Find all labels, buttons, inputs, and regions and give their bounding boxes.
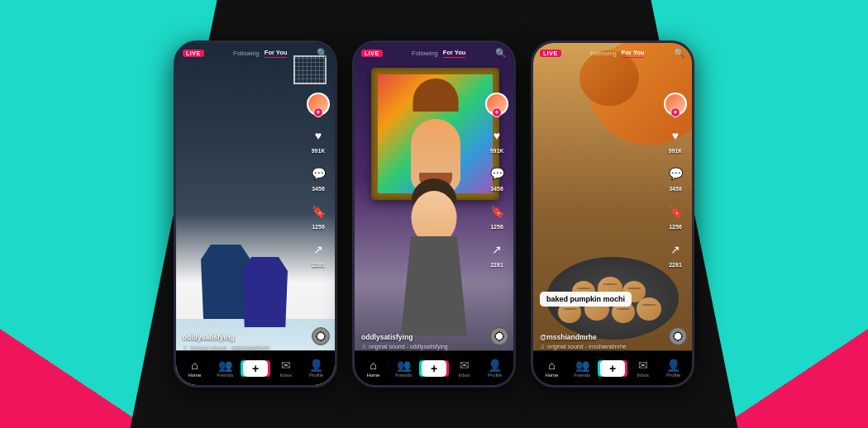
like-btn-3[interactable]: ♥ 991K [664,124,687,154]
phone-art: LIVE Following For You 🔍 + [352,40,516,388]
following-tab-3[interactable]: Following [590,50,617,57]
sound-disc-3 [669,327,687,345]
friends-icon-3: 👥 [575,359,589,372]
comment-icon-1: 💬 [307,162,330,185]
hockey-player-2 [242,257,288,327]
phone-3-topbar: LIVE Following For You 🔍 [533,43,692,64]
search-icon-2[interactable]: 🔍 [495,48,507,59]
share-btn-3[interactable]: ↗ 2281 [664,238,687,268]
nav-plus-2[interactable]: + [419,360,450,377]
username-2: oddlysatisfying [361,333,480,341]
nav-inbox-1[interactable]: ✉ Inbox [270,359,301,378]
plus-inner-2: + [422,360,446,377]
nav-friends-2[interactable]: 👥 Friends [389,359,419,378]
nav-inbox-3[interactable]: ✉ Inbox [627,359,658,378]
plus-button-2[interactable]: + [422,360,446,377]
sound-text-1: original sound - oddlysatisfying [190,344,269,350]
nav-plus-3[interactable]: + [598,360,628,377]
for-you-tab-2[interactable]: For You [443,49,466,59]
nav-home-1[interactable]: ⌂ Home [179,359,210,378]
like-btn-1[interactable]: ♥ 991K [307,124,330,154]
nav-home-3[interactable]: ⌂ Home [537,359,567,378]
friends-label-2: Friends [395,373,412,378]
music-icon-2: ♫ [361,343,366,350]
follow-badge-3[interactable]: + [670,107,680,117]
sound-info-1: ♫ original sound - oddlysatisfying [183,343,302,350]
bookmark-icon-1: 🔖 [307,200,330,223]
avatar-2: + [485,93,508,116]
like-btn-2[interactable]: ♥ 991K [485,124,508,154]
follow-badge-1[interactable]: + [313,107,323,117]
nav-friends-1[interactable]: 👥 Friends [210,359,241,378]
username-3: @msshiandmrhe [540,333,659,341]
bookmark-count-1: 1256 [312,224,325,230]
share-count-1: 2281 [312,262,325,268]
sound-disc-2 [490,327,508,345]
nav-profile-3[interactable]: 👤 Profile [658,359,689,378]
phone-1-bottom-nav: ⌂ Home 👥 Friends + ✉ Inbox [176,350,335,385]
nav-home-2[interactable]: ⌂ Home [358,359,389,378]
sound-text-2: original sound - oddlysatisfying [369,344,448,350]
following-tab-2[interactable]: Following [412,50,438,57]
nav-tabs-3: Following For You [590,49,644,59]
music-icon-3: ♫ [540,343,545,350]
friends-icon-2: 👥 [397,359,411,372]
bookmark-count-2: 1256 [490,224,503,230]
bookmark-btn-3[interactable]: 🔖 1256 [664,200,687,230]
music-icon-1: ♫ [183,343,188,350]
nav-plus-1[interactable]: + [241,360,271,377]
bookmark-btn-1[interactable]: 🔖 1256 [307,200,330,230]
like-count-2: 991K [490,148,504,154]
nav-tabs-1: Following For You [233,49,287,59]
comment-icon-2: 💬 [485,162,508,185]
profile-icon-3: 👤 [666,359,680,372]
nav-friends-3[interactable]: 👥 Friends [567,359,598,378]
phone-1-screen: LIVE Following For You 🔍 + [176,43,335,385]
painting-hair [413,78,458,112]
phones-container: LIVE Following For You 🔍 + [174,40,694,388]
inbox-icon-1: ✉ [281,359,291,372]
mochi-4 [637,297,661,321]
mochi-label: baked pumpkin mochi [540,292,632,307]
phone-3-bottom-info: @msshiandmrhe ♫ original sound - msshian… [540,333,659,350]
heart-icon-2: ♥ [485,124,508,147]
home-icon-3: ⌂ [548,359,555,372]
comment-btn-1[interactable]: 💬 3456 [307,162,330,192]
comment-btn-2[interactable]: 💬 3456 [485,162,508,192]
live-badge-3: LIVE [540,50,561,57]
like-count-1: 991K [312,148,326,154]
home-label-3: Home [545,373,558,378]
for-you-tab-1[interactable]: For You [265,49,288,59]
follow-badge-2[interactable]: + [492,107,502,117]
share-btn-2[interactable]: ↗ 2281 [485,238,508,268]
nav-profile-1[interactable]: 👤 Profile [301,359,331,378]
avatar-action-3: + [664,93,687,116]
nav-profile-2[interactable]: 👤 Profile [479,359,510,378]
search-icon-1[interactable]: 🔍 [317,48,328,59]
share-count-3: 2281 [669,262,682,268]
background-wrapper: LIVE Following For You 🔍 + [0,0,868,428]
friends-label-1: Friends [217,373,233,378]
avatar-3: + [664,93,687,116]
following-tab-1[interactable]: Following [233,50,260,57]
painting-inner [378,74,493,193]
nav-tabs-2: Following For You [412,49,465,59]
bookmark-btn-2[interactable]: 🔖 1256 [485,200,508,230]
profile-icon-2: 👤 [488,359,502,372]
plus-button-3[interactable]: + [600,360,625,377]
comment-btn-3[interactable]: 💬 3458 [664,162,687,192]
comment-count-3: 3458 [669,186,682,192]
avatar-action-2: + [485,93,508,116]
share-count-2: 2281 [490,262,503,268]
bookmark-count-3: 1256 [669,224,682,230]
phone-hockey: LIVE Following For You 🔍 + [174,40,337,388]
plus-inner-3: + [600,360,625,377]
friends-icon-1: 👥 [218,359,232,372]
profile-icon-1: 👤 [309,359,323,372]
nav-inbox-2[interactable]: ✉ Inbox [449,359,479,378]
for-you-tab-3[interactable]: For You [622,49,645,59]
plus-button-1[interactable]: + [243,360,268,377]
search-icon-3[interactable]: 🔍 [674,48,685,59]
phone-1-topbar: LIVE Following For You 🔍 [176,43,335,64]
share-btn-1[interactable]: ↗ 2281 [307,238,330,268]
